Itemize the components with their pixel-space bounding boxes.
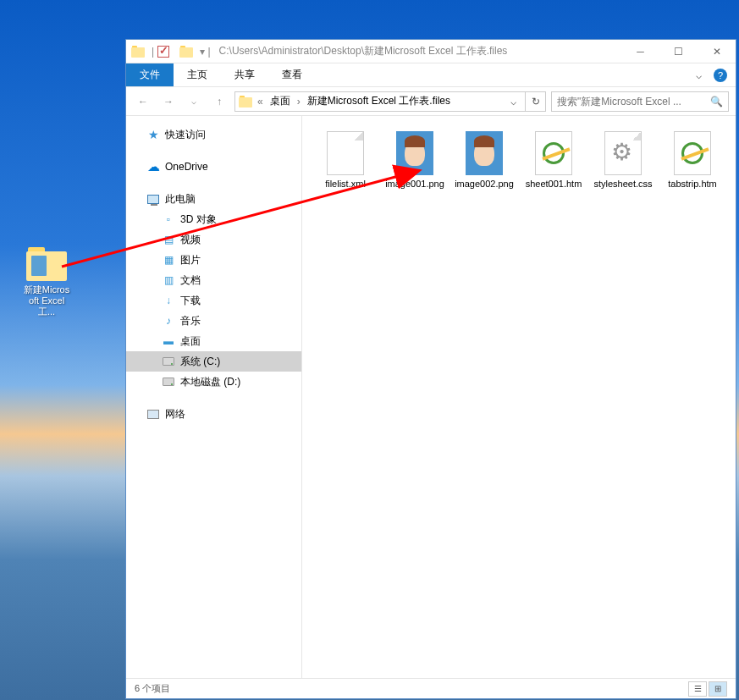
up-button[interactable]: ↑ — [209, 91, 229, 112]
sidebar-network[interactable]: 网络 — [126, 404, 301, 424]
sidebar-label: 下载 — [180, 294, 201, 308]
sidebar-label: 系统 (C:) — [180, 355, 220, 369]
check-icon[interactable] — [157, 46, 169, 58]
maximize-button[interactable]: ☐ — [659, 40, 698, 63]
view-details-button[interactable]: ☰ — [688, 681, 707, 697]
music-icon: ♪ — [162, 314, 175, 328]
chevron-icon[interactable]: « — [256, 96, 265, 107]
sidebar-pictures[interactable]: ▦ 图片 — [126, 250, 301, 270]
file-item[interactable]: sheet001.htm — [519, 128, 588, 204]
search-input[interactable] — [557, 96, 710, 107]
statusbar: 6 个项目 ☰ ⊞ — [126, 678, 736, 698]
folder-icon — [131, 46, 145, 58]
sidebar-label: 视频 — [180, 233, 201, 247]
address-dropdown-icon[interactable]: ⌵ — [505, 96, 521, 107]
minimize-button[interactable]: ─ — [621, 40, 659, 63]
css-file-icon — [604, 131, 642, 175]
explorer-window: | ▾ | C:\Users\Administrator\Desktop\新建M… — [125, 39, 736, 699]
htm-file-icon — [674, 131, 711, 175]
forward-button[interactable]: → — [158, 91, 179, 112]
sidebar-label: OneDrive — [165, 161, 208, 173]
sidebar-label: 音乐 — [180, 314, 201, 328]
file-item[interactable]: image002.png — [449, 128, 519, 204]
body-area: ★ 快速访问 ☁ OneDrive 此电脑 ▫ 3D 对象 ▤ 视频 — [126, 116, 736, 678]
tab-file[interactable]: 文件 — [126, 63, 174, 86]
breadcrumb-desktop[interactable]: 桌面 — [267, 94, 294, 108]
back-button[interactable]: ← — [133, 91, 153, 112]
desktop-icon-label: 新建Microsoft Excel 工... — [21, 284, 72, 317]
sidebar-onedrive[interactable]: ☁ OneDrive — [126, 157, 301, 177]
file-item[interactable]: image001.png — [380, 128, 449, 204]
sidebar-label: 桌面 — [180, 334, 201, 349]
image-thumbnail-icon — [466, 131, 503, 175]
chevron-icon[interactable]: › — [295, 96, 302, 107]
search-icon[interactable]: 🔍 — [710, 96, 723, 107]
sidebar-label: 图片 — [180, 253, 201, 267]
image-thumbnail-icon — [396, 131, 433, 175]
file-item[interactable]: stylesheet.css — [588, 128, 658, 204]
pc-icon — [146, 192, 160, 206]
separator: ▾ | — [200, 46, 210, 58]
view-icons-button[interactable]: ⊞ — [709, 681, 727, 697]
tab-view[interactable]: 查看 — [268, 63, 316, 86]
close-button[interactable]: ✕ — [698, 40, 736, 63]
sidebar-drive-d[interactable]: 本地磁盘 (D:) — [126, 372, 301, 392]
sidebar-label: 网络 — [165, 407, 185, 422]
sidebar-label: 本地磁盘 (D:) — [180, 375, 240, 389]
file-name: stylesheet.css — [590, 179, 656, 190]
address-box[interactable]: « 桌面 › 新建Microsoft Excel 工作表.files ⌵ — [234, 91, 526, 112]
folder-icon — [26, 247, 67, 281]
search-box[interactable]: 🔍 — [551, 91, 729, 112]
desktop-icon: ▬ — [162, 334, 175, 348]
window-controls: ─ ☐ ✕ — [621, 40, 736, 63]
drive-icon — [162, 375, 175, 389]
sidebar-music[interactable]: ♪ 音乐 — [126, 311, 301, 331]
sidebar-documents[interactable]: ▥ 文档 — [126, 270, 301, 290]
download-icon: ↓ — [162, 294, 175, 307]
menubar: 文件 主页 共享 查看 ⌵ ? — [126, 63, 736, 87]
network-icon — [146, 407, 160, 421]
sidebar-label: 此电脑 — [165, 192, 196, 207]
sidebar-downloads[interactable]: ↓ 下载 — [126, 290, 301, 311]
file-name: filelist.xml — [312, 179, 378, 190]
folder-icon — [179, 46, 193, 58]
file-name: tabstrip.htm — [659, 179, 725, 190]
title-path: C:\Users\Administrator\Desktop\新建Microso… — [219, 44, 508, 58]
video-icon: ▤ — [162, 233, 175, 246]
sidebar-quick-access[interactable]: ★ 快速访问 — [126, 124, 301, 145]
file-name: image002.png — [451, 179, 517, 190]
separator: | — [152, 46, 154, 58]
drive-icon — [162, 355, 175, 368]
file-item[interactable]: filelist.xml — [311, 128, 380, 204]
sidebar-label: 快速访问 — [165, 128, 206, 142]
addressbar: ← → ⌵ ↑ « 桌面 › 新建Microsoft Excel 工作表.fil… — [126, 87, 736, 116]
sidebar-label: 文档 — [180, 273, 201, 288]
help-icon[interactable]: ? — [714, 69, 727, 82]
breadcrumb-folder[interactable]: 新建Microsoft Excel 工作表.files — [304, 94, 454, 108]
sidebar-videos[interactable]: ▤ 视频 — [126, 229, 301, 250]
ribbon-expand-icon[interactable]: ⌵ — [687, 63, 710, 86]
document-icon: ▥ — [162, 273, 175, 287]
sidebar-this-pc[interactable]: 此电脑 — [126, 189, 301, 209]
file-list: filelist.xml image001.png image002.png s… — [302, 116, 736, 678]
item-count: 6 个项目 — [135, 682, 170, 695]
titlebar: | ▾ | C:\Users\Administrator\Desktop\新建M… — [126, 40, 736, 63]
sidebar-3d-objects[interactable]: ▫ 3D 对象 — [126, 209, 301, 229]
picture-icon: ▦ — [162, 253, 175, 267]
xml-file-icon — [327, 131, 364, 175]
file-item[interactable]: tabstrip.htm — [658, 128, 727, 204]
folder-icon: ▫ — [162, 212, 175, 226]
desktop-folder-icon[interactable]: 新建Microsoft Excel 工... — [21, 247, 72, 317]
tab-home[interactable]: 主页 — [174, 63, 221, 86]
recent-locations-button[interactable]: ⌵ — [184, 91, 204, 112]
htm-file-icon — [535, 131, 572, 175]
tab-share[interactable]: 共享 — [221, 63, 268, 86]
sidebar-drive-c[interactable]: 系统 (C:) — [126, 351, 301, 372]
folder-icon — [239, 96, 252, 107]
sidebar-desktop[interactable]: ▬ 桌面 — [126, 331, 301, 351]
file-name: image001.png — [382, 179, 448, 190]
onedrive-icon: ☁ — [146, 160, 160, 174]
refresh-button[interactable]: ↻ — [526, 91, 546, 112]
navigation-pane: ★ 快速访问 ☁ OneDrive 此电脑 ▫ 3D 对象 ▤ 视频 — [126, 116, 302, 678]
star-icon: ★ — [146, 128, 160, 141]
